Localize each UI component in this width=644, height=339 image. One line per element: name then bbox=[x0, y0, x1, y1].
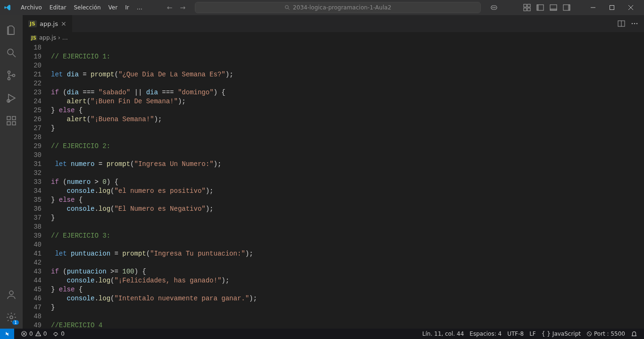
close-icon[interactable]: × bbox=[61, 20, 67, 27]
encoding-status[interactable]: UTF-8 bbox=[504, 331, 527, 337]
svg-point-3 bbox=[493, 7, 493, 8]
extensions-icon[interactable] bbox=[0, 109, 23, 132]
live-server-port[interactable]: Port : 5500 bbox=[584, 331, 628, 337]
nav-arrows: ← → bbox=[167, 4, 185, 11]
js-file-icon: JS bbox=[30, 35, 37, 41]
svg-point-22 bbox=[8, 78, 10, 80]
titlebar-right bbox=[490, 0, 640, 15]
svg-rect-28 bbox=[12, 116, 16, 120]
js-file-icon: JS bbox=[28, 20, 37, 27]
svg-point-29 bbox=[9, 291, 13, 295]
maximize-button[interactable] bbox=[602, 0, 621, 15]
indentation-status[interactable]: Espacios: 4 bbox=[467, 331, 504, 337]
menu-item-archivo[interactable]: Archivo bbox=[17, 2, 46, 13]
svg-point-4 bbox=[494, 7, 495, 8]
errors-count: 0 bbox=[29, 331, 33, 337]
statusbar: 0 0 0 Lín. 11, col. 44 Espacios: 4 UTF-8… bbox=[0, 329, 644, 339]
svg-point-23 bbox=[13, 74, 15, 77]
main-area: 1 JS app.js × JS app.js › … bbox=[0, 15, 644, 329]
code-editor[interactable]: 18 19 20 21 22 23 24 25 26 27 28 29 30 3… bbox=[23, 43, 644, 329]
svg-point-21 bbox=[8, 71, 10, 74]
svg-point-0 bbox=[285, 6, 288, 9]
svg-rect-26 bbox=[7, 122, 10, 125]
tabs-bar: JS app.js × bbox=[23, 15, 644, 32]
svg-point-34 bbox=[634, 23, 636, 25]
accounts-icon[interactable] bbox=[0, 283, 23, 306]
svg-rect-12 bbox=[550, 8, 557, 10]
command-center[interactable]: 2034-logica-programacion-1-Aula2 bbox=[195, 2, 481, 13]
code-content[interactable]: // EJERCICIO 1: let dia = prompt("¿Que D… bbox=[51, 43, 644, 329]
run-debug-icon[interactable] bbox=[0, 87, 23, 109]
settings-badge: 1 bbox=[12, 320, 19, 325]
breadcrumb-file: app.js bbox=[39, 34, 56, 41]
eol-status[interactable]: LF bbox=[527, 331, 539, 337]
close-button[interactable] bbox=[621, 0, 640, 15]
menu: ArchivoEditarSelecciónVerIr… bbox=[17, 2, 146, 13]
command-center-text: 2034-logica-programacion-1-Aula2 bbox=[293, 4, 391, 11]
editor-area: JS app.js × JS app.js › … 18 19 20 21 22… bbox=[23, 15, 644, 329]
menu-item-editar[interactable]: Editar bbox=[46, 2, 70, 13]
svg-rect-8 bbox=[527, 8, 530, 11]
ports-status[interactable]: 0 bbox=[50, 331, 67, 337]
svg-rect-27 bbox=[12, 122, 16, 125]
broadcast-icon bbox=[586, 331, 592, 337]
svg-rect-5 bbox=[524, 4, 527, 7]
split-editor-icon[interactable] bbox=[618, 20, 625, 27]
minimize-button[interactable] bbox=[584, 0, 602, 15]
nav-back-icon[interactable]: ← bbox=[167, 4, 173, 11]
layout-grid-icon[interactable] bbox=[523, 4, 531, 11]
svg-rect-2 bbox=[491, 6, 497, 9]
window-controls bbox=[584, 0, 640, 15]
svg-point-19 bbox=[8, 49, 13, 55]
svg-rect-14 bbox=[568, 5, 570, 10]
svg-point-30 bbox=[10, 316, 13, 319]
nav-forward-icon[interactable]: → bbox=[180, 4, 185, 11]
braces-icon: { } bbox=[542, 331, 551, 337]
source-control-icon[interactable] bbox=[0, 64, 23, 87]
search-icon bbox=[284, 5, 290, 10]
layout-sidebar-left-icon[interactable] bbox=[536, 4, 544, 11]
vscode-logo-icon bbox=[4, 4, 11, 11]
svg-rect-16 bbox=[610, 6, 614, 10]
svg-rect-6 bbox=[527, 4, 530, 7]
cursor-position[interactable]: Lín. 11, col. 44 bbox=[419, 331, 467, 337]
breadcrumbs[interactable]: JS app.js › … bbox=[23, 32, 644, 43]
svg-point-35 bbox=[636, 23, 638, 25]
explorer-icon[interactable] bbox=[0, 19, 23, 41]
svg-line-41 bbox=[588, 332, 591, 335]
settings-gear-icon[interactable]: 1 bbox=[0, 306, 23, 329]
menu-item-selección[interactable]: Selección bbox=[70, 2, 104, 13]
svg-rect-10 bbox=[537, 5, 539, 10]
titlebar: ArchivoEditarSelecciónVerIr… ← → 2034-lo… bbox=[0, 0, 644, 15]
svg-rect-25 bbox=[7, 116, 10, 120]
remote-indicator[interactable] bbox=[0, 329, 14, 339]
tab-label: app.js bbox=[40, 20, 58, 27]
search-activity-icon[interactable] bbox=[0, 41, 23, 64]
svg-line-1 bbox=[288, 8, 289, 10]
tab-app-js[interactable]: JS app.js × bbox=[23, 15, 73, 32]
chevron-right-icon: › bbox=[58, 34, 60, 41]
language-mode[interactable]: { } JavaScript bbox=[539, 331, 584, 337]
svg-point-33 bbox=[632, 23, 633, 25]
menu-item-ver[interactable]: Ver bbox=[105, 2, 122, 13]
notifications-icon[interactable] bbox=[628, 331, 640, 337]
problems-status[interactable]: 0 0 bbox=[18, 331, 50, 337]
ports-count: 0 bbox=[61, 331, 65, 337]
copilot-icon[interactable] bbox=[490, 4, 498, 11]
more-actions-icon[interactable] bbox=[631, 20, 638, 27]
line-gutter: 18 19 20 21 22 23 24 25 26 27 28 29 30 3… bbox=[23, 43, 51, 329]
layout-panel-icon[interactable] bbox=[550, 4, 557, 11]
editor-actions bbox=[618, 15, 644, 32]
svg-rect-7 bbox=[524, 8, 527, 11]
menu-item-ir[interactable]: Ir bbox=[121, 2, 133, 13]
svg-line-20 bbox=[13, 54, 16, 57]
menu-item-…[interactable]: … bbox=[133, 2, 146, 13]
activitybar: 1 bbox=[0, 15, 23, 329]
warnings-count: 0 bbox=[43, 331, 47, 337]
layout-sidebar-right-icon[interactable] bbox=[563, 4, 570, 11]
breadcrumb-more: … bbox=[62, 34, 68, 41]
